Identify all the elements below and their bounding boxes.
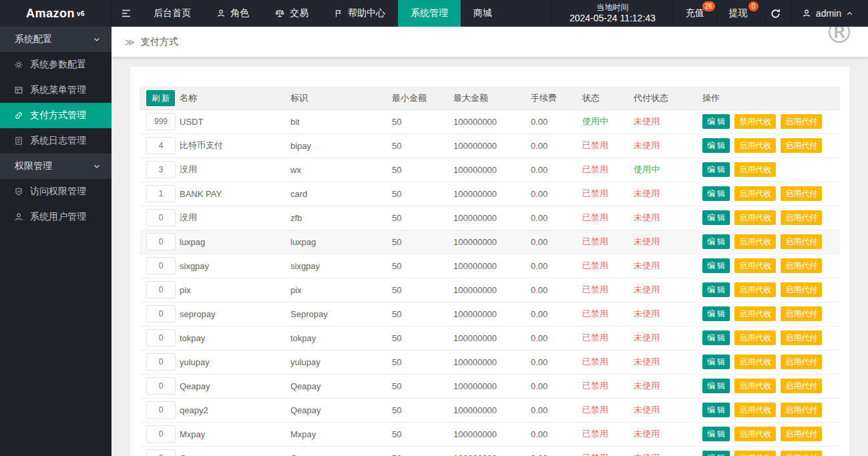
edit-button[interactable]: 编 辑 (702, 138, 730, 153)
enable-payout-button[interactable]: 启用代付 (781, 282, 822, 297)
nav-item-label: 后台首页 (154, 7, 191, 19)
payout-status-badge: 未使用 (632, 398, 701, 422)
nav-item-label: 角色 (230, 7, 249, 19)
enable-payout-button[interactable]: 启用代付 (781, 330, 822, 345)
edit-button[interactable]: 编 辑 (702, 234, 730, 249)
sidebar-item-access-rights[interactable]: 访问权限管理 (0, 179, 112, 204)
nav-item-home[interactable]: 后台首页 (141, 0, 204, 27)
sort-input[interactable] (146, 329, 176, 347)
enable-payout-button[interactable]: 启用代付 (781, 451, 822, 456)
sort-input[interactable] (146, 425, 176, 443)
enable-collect-button[interactable]: 启用代收 (734, 258, 776, 273)
enable-payout-button[interactable]: 启用代付 (781, 186, 822, 201)
enable-payout-button[interactable]: 启用代付 (781, 114, 822, 129)
enable-payout-button[interactable]: 启用代付 (781, 138, 822, 153)
sidebar-item-system-menu[interactable]: 系统菜单管理 (0, 77, 112, 103)
sort-input[interactable] (146, 281, 176, 298)
sidebar-item-system-params[interactable]: 系统参数配置 (0, 52, 112, 77)
edit-button[interactable]: 编 辑 (702, 330, 730, 345)
enable-payout-button[interactable]: 启用代付 (781, 403, 822, 417)
status-badge: 已禁用 (581, 326, 632, 350)
col-header-fee: 手续费 (529, 87, 581, 109)
enable-collect-button[interactable]: 启用代收 (734, 330, 776, 345)
nav-item-help[interactable]: 帮助中心 (321, 0, 398, 27)
sort-input[interactable] (146, 353, 176, 371)
enable-collect-button[interactable]: 启用代收 (734, 355, 776, 369)
min-amount: 50 (391, 134, 452, 158)
sort-input[interactable] (146, 401, 176, 419)
fee-value: 0.00 (529, 254, 581, 278)
edit-button[interactable]: 编 辑 (702, 162, 730, 177)
sidebar-group-permissions[interactable]: 权限管理 (0, 154, 112, 179)
enable-payout-button[interactable]: 启用代付 (781, 210, 822, 225)
max-amount: 100000000 (452, 326, 529, 350)
edit-button[interactable]: 编 辑 (702, 427, 730, 441)
edit-button[interactable]: 编 辑 (702, 114, 730, 129)
payment-name: Qeapay (178, 374, 289, 398)
sort-input[interactable] (146, 449, 176, 456)
edit-button[interactable]: 编 辑 (702, 282, 730, 297)
enable-payout-button[interactable]: 启用代付 (781, 355, 822, 369)
enable-collect-button[interactable]: 启用代收 (734, 379, 776, 393)
status-badge: 已禁用 (581, 206, 632, 230)
enable-collect-button[interactable]: 启用代收 (734, 138, 776, 153)
payment-name: 比特币支付 (178, 134, 289, 158)
enable-collect-button[interactable]: 启用代收 (734, 306, 776, 321)
sort-input[interactable] (146, 377, 176, 395)
payout-status-badge: 未使用 (632, 374, 701, 398)
enable-payout-button[interactable]: 启用代付 (781, 427, 822, 441)
admin-menu[interactable]: admin (791, 0, 868, 27)
enable-payout-button[interactable]: 启用代付 (781, 306, 822, 321)
max-amount: 100000000 (452, 446, 529, 456)
sort-input[interactable] (146, 137, 176, 154)
user-icon (802, 9, 811, 18)
edit-button[interactable]: 编 辑 (702, 258, 730, 273)
edit-button[interactable]: 编 辑 (702, 306, 730, 321)
sort-input[interactable] (146, 161, 176, 178)
enable-collect-button[interactable]: 启用代收 (734, 427, 776, 441)
sort-input[interactable] (146, 209, 176, 226)
sidebar-item-payment-methods[interactable]: 支付方式管理 (0, 103, 112, 128)
refresh-icon[interactable] (760, 0, 791, 27)
payout-status-badge: 未使用 (632, 206, 701, 230)
enable-payout-button[interactable]: 启用代付 (781, 234, 822, 249)
enable-collect-button[interactable]: 启用代收 (734, 210, 776, 225)
edit-button[interactable]: 编 辑 (702, 451, 730, 456)
disable-collect-button[interactable]: 禁用代收 (734, 114, 776, 129)
edit-button[interactable]: 编 辑 (702, 355, 730, 369)
sort-input[interactable] (146, 233, 176, 250)
nav-item-trade[interactable]: 交易 (262, 0, 321, 27)
payment-name: 没用 (178, 158, 289, 182)
enable-collect-button[interactable]: 启用代收 (734, 403, 776, 417)
payment-code: Qeapay (289, 398, 391, 422)
table-refresh-button[interactable]: 刷 新 (146, 90, 175, 106)
withdraw-button[interactable]: 提现 0 (716, 0, 760, 27)
enable-collect-button[interactable]: 启用代收 (734, 162, 776, 177)
sidebar-item-system-users[interactable]: 系统用户管理 (0, 204, 112, 230)
enable-collect-button[interactable]: 启用代收 (734, 282, 776, 297)
table-row: 没用zfb501000000000.00已禁用未使用编 辑启用代收启用代付 (140, 206, 840, 230)
edit-button[interactable]: 编 辑 (702, 379, 730, 393)
sidebar-group-system-config[interactable]: 系统配置 (0, 27, 112, 52)
fee-value: 0.00 (529, 422, 581, 446)
enable-collect-button[interactable]: 启用代收 (734, 186, 776, 201)
sidebar-item-system-logs[interactable]: 系统日志管理 (0, 128, 112, 154)
nav-item-roles[interactable]: 角色 (204, 0, 262, 27)
sort-input[interactable] (146, 185, 176, 202)
edit-button[interactable]: 编 辑 (702, 210, 730, 225)
hamburger-icon[interactable] (112, 0, 141, 27)
row-actions: 编 辑启用代收启用代付 (701, 398, 840, 422)
enable-collect-button[interactable]: 启用代收 (734, 234, 776, 249)
edit-button[interactable]: 编 辑 (702, 186, 730, 201)
recharge-button[interactable]: 充值 26 (673, 0, 716, 27)
enable-payout-button[interactable]: 启用代付 (781, 258, 822, 273)
sort-input[interactable] (146, 305, 176, 322)
nav-item-mall[interactable]: 商城 (461, 0, 505, 27)
enable-payout-button[interactable]: 启用代付 (781, 379, 822, 393)
edit-button[interactable]: 编 辑 (702, 403, 730, 417)
enable-collect-button[interactable]: 启用代收 (734, 451, 776, 456)
status-badge: 已禁用 (581, 302, 632, 326)
sort-input[interactable] (146, 257, 176, 274)
sort-input[interactable] (146, 113, 176, 130)
nav-item-system[interactable]: 系统管理 (398, 0, 461, 27)
